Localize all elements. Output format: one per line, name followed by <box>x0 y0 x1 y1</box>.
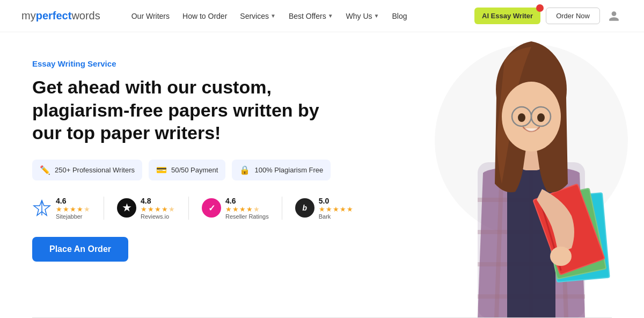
sitejabber-score: 4.6 <box>56 197 91 205</box>
rating-reseller: ✓ 4.6 ★★★★★ Reseller Ratings <box>202 197 282 220</box>
place-order-button[interactable]: Place An Order <box>32 237 128 262</box>
badge-payment: 💳 50/50 Payment <box>149 160 225 180</box>
hero-image <box>413 32 644 318</box>
main-nav: Our Writers How to Order Services ▼ Best… <box>127 9 458 24</box>
logo-words: words <box>71 10 100 21</box>
plagiarism-icon: 🔒 <box>239 165 250 175</box>
sitejabber-logo <box>32 198 52 218</box>
user-profile-button[interactable] <box>605 8 623 25</box>
svg-point-30 <box>550 247 572 266</box>
rating-sitejabber: 4.6 ★★★★★ Sitejabber <box>32 197 104 220</box>
payment-icon: 💳 <box>156 165 167 175</box>
reviews-source: Reviews.io <box>141 213 175 220</box>
nav-why-us[interactable]: Why Us ▼ <box>342 9 384 24</box>
nav-how-to-order[interactable]: How to Order <box>178 9 231 24</box>
reseller-source: Reseller Ratings <box>225 213 269 220</box>
feature-badges: ✏️ 250+ Professional Writers 💳 50/50 Pay… <box>32 160 365 180</box>
why-us-chevron-icon: ▼ <box>374 13 379 19</box>
logo[interactable]: myperfectwords <box>21 10 100 22</box>
hero-person-illustration <box>419 33 644 318</box>
badge-writers-text: 250+ Professional Writers <box>55 166 135 174</box>
reviews-stars: ★★★★★ <box>141 205 175 213</box>
nav-blog[interactable]: Blog <box>387 9 411 24</box>
badge-plagiarism: 🔒 100% Plagiarism Free <box>232 160 331 180</box>
sitejabber-info: 4.6 ★★★★★ Sitejabber <box>56 197 91 220</box>
ratings-row: 4.6 ★★★★★ Sitejabber ★ 4.8 ★★★★★ Reviews… <box>32 197 365 220</box>
reseller-score: 4.6 <box>225 197 269 205</box>
badge-writers: ✏️ 250+ Professional Writers <box>32 160 142 180</box>
rating-bark: b 5.0 ★★★★★ Bark <box>295 197 354 220</box>
ai-essay-button[interactable]: AI Essay Writer <box>474 8 540 24</box>
bark-score: 5.0 <box>319 197 354 205</box>
reseller-info: 4.6 ★★★★★ Reseller Ratings <box>225 197 269 220</box>
logo-my: my <box>21 10 36 21</box>
header-actions: AI Essay Writer Order Now <box>474 8 623 25</box>
best-offers-chevron-icon: ▼ <box>328 13 333 19</box>
badge-plagiarism-text: 100% Plagiarism Free <box>254 166 323 174</box>
hero-label: Essay Writing Service <box>32 59 365 68</box>
writers-icon: ✏️ <box>40 165 50 175</box>
rating-reviews: ★ 4.8 ★★★★★ Reviews.io <box>117 197 189 220</box>
sitejabber-source: Sitejabber <box>56 213 91 220</box>
reseller-logo: ✓ <box>202 198 221 218</box>
svg-point-29 <box>537 113 545 122</box>
reviews-info: 4.8 ★★★★★ Reviews.io <box>141 197 175 220</box>
hero-content: Essay Writing Service Get ahead with our… <box>32 48 365 318</box>
badge-payment-text: 50/50 Payment <box>171 166 218 174</box>
reviews-logo: ★ <box>117 198 136 218</box>
order-now-button[interactable]: Order Now <box>546 8 600 24</box>
user-icon <box>608 10 620 22</box>
services-chevron-icon: ▼ <box>270 13 276 19</box>
nav-services[interactable]: Services ▼ <box>236 9 280 24</box>
svg-point-28 <box>518 113 525 122</box>
bark-source: Bark <box>319 213 354 220</box>
bark-stars: ★★★★★ <box>319 205 354 213</box>
hero-section: Essay Writing Service Get ahead with our… <box>0 32 644 318</box>
ai-badge-dot <box>536 4 544 12</box>
nav-our-writers[interactable]: Our Writers <box>127 9 174 24</box>
nav-best-offers[interactable]: Best Offers ▼ <box>284 9 338 24</box>
reviews-score: 4.8 <box>141 197 175 205</box>
sitejabber-stars: ★★★★★ <box>56 205 91 213</box>
bark-logo: b <box>295 198 314 218</box>
reseller-stars: ★★★★★ <box>225 205 269 213</box>
hero-title: Get ahead with our custom, plagiarism-fr… <box>32 76 327 144</box>
logo-perfect: perfect <box>36 10 72 21</box>
header: myperfectwords Our Writers How to Order … <box>0 0 644 32</box>
bark-info: 5.0 ★★★★★ Bark <box>319 197 354 220</box>
